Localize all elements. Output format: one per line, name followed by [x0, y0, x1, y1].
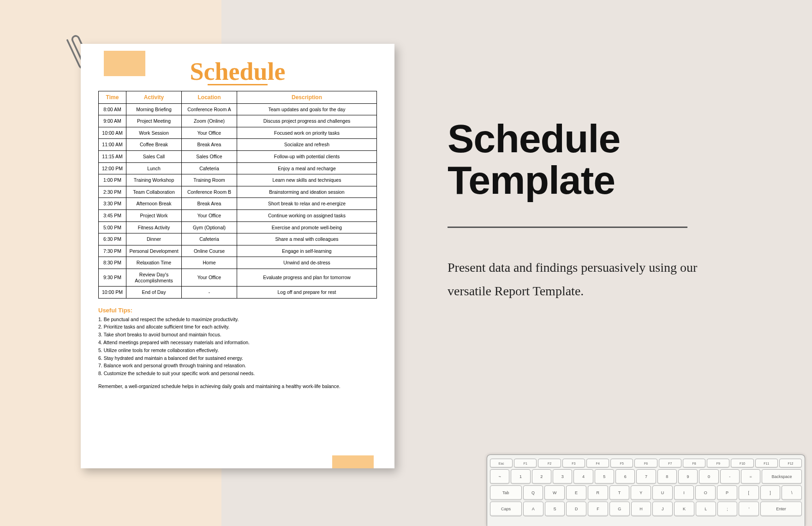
key: U	[652, 485, 673, 500]
cell-activity: Training Workshop	[126, 174, 182, 186]
cell-desc: Brainstorming and ideation session	[237, 186, 377, 198]
cell-location: Sales Office	[182, 150, 237, 162]
table-row: 7:30 PMPersonal DevelopmentOnline Course…	[99, 245, 377, 257]
cell-desc: Evaluate progress and plan for tomorrow	[237, 269, 377, 286]
cell-time: 3:45 PM	[99, 209, 126, 221]
cell-time: 8:00 AM	[99, 103, 126, 115]
cell-time: 11:15 AM	[99, 150, 126, 162]
tips-list: 1. Be punctual and respect the schedule …	[98, 316, 377, 377]
table-row: 8:00 AMMorning BriefingConference Room A…	[99, 103, 377, 115]
key: S	[545, 502, 565, 516]
cell-location: Training Room	[182, 174, 237, 186]
tip-line: 7. Balance work and personal growth thro…	[98, 362, 377, 370]
table-row: 9:30 PMReview Day's AccomplishmentsYour …	[99, 269, 377, 286]
cell-location: Conference Room A	[182, 103, 237, 115]
cell-location: Home	[182, 257, 237, 269]
key: F2	[538, 459, 561, 468]
key: L	[696, 502, 716, 516]
cell-activity: Project Work	[126, 209, 182, 221]
key: F4	[586, 459, 609, 468]
cell-desc: Learn new skills and techniques	[237, 174, 377, 186]
closing-text: Remember, a well-organized schedule help…	[98, 383, 377, 390]
key: T	[609, 485, 630, 500]
tip-line: 6. Stay hydrated and maintain a balanced…	[98, 354, 377, 362]
cell-location: Zoom (Online)	[182, 115, 237, 127]
key: 9	[678, 469, 698, 484]
table-row: 10:00 PMEnd of Day-Log off and prepare f…	[99, 287, 377, 299]
cell-location: -	[182, 287, 237, 299]
key: F11	[755, 459, 778, 468]
tip-line: 2. Prioritize tasks and allocate suffici…	[98, 323, 377, 331]
key: F9	[707, 459, 729, 468]
cell-activity: Relaxation Time	[126, 257, 182, 269]
cell-desc: Engage in self-learning	[237, 245, 377, 257]
key: F3	[562, 459, 585, 468]
tip-line: 1. Be punctual and respect the schedule …	[98, 316, 377, 323]
cell-time: 5:00 PM	[99, 221, 126, 233]
page-title-line2: Template	[448, 159, 770, 201]
key: W	[544, 485, 565, 500]
cell-time: 6:30 PM	[99, 233, 126, 245]
key: E	[566, 485, 586, 500]
cell-activity: Sales Call	[126, 150, 182, 162]
key: =	[741, 469, 760, 484]
key: F1	[514, 459, 537, 468]
key: 7	[636, 469, 656, 484]
tip-line: 3. Take short breaks to avoid burnout an…	[98, 331, 377, 339]
key: R	[588, 485, 608, 500]
tip-line: 8. Customize the schedule to suit your s…	[98, 370, 377, 377]
table-row: 8:30 PMRelaxation TimeHomeUnwind and de-…	[99, 257, 377, 269]
tip-line: 5. Utilize online tools for remote colla…	[98, 347, 377, 354]
keyboard-prop: EscF1F2F3F4F5F6F7F8F9F10F11F12 ~12345678…	[487, 454, 805, 526]
key: J	[652, 502, 673, 516]
cell-desc: Exercise and promote well-being	[237, 221, 377, 233]
key: 8	[657, 469, 677, 484]
cell-desc: Short break to relax and re-energize	[237, 198, 377, 210]
table-row: 6:30 PMDinnerCafeteriaShare a meal with …	[99, 233, 377, 245]
cell-activity: Team Collaboration	[126, 186, 182, 198]
key: \	[782, 485, 802, 500]
cell-location: Online Course	[182, 245, 237, 257]
cell-desc: Unwind and de-stress	[237, 257, 377, 269]
key: D	[566, 502, 586, 516]
key: '	[739, 502, 759, 516]
table-row: 11:00 AMCoffee BreakBreak AreaSocialize …	[99, 139, 377, 151]
key: 1	[511, 469, 530, 484]
cell-location: Your Office	[182, 127, 237, 139]
key: G	[609, 502, 630, 516]
key: Enter	[760, 502, 802, 516]
cell-desc: Discuss project progress and challenges	[237, 115, 377, 127]
key: ]	[760, 485, 781, 500]
tips-heading: Useful Tips:	[98, 307, 377, 314]
cell-location: Your Office	[182, 209, 237, 221]
cell-location: Gym (Optional)	[182, 221, 237, 233]
table-row: 2:30 PMTeam CollaborationConference Room…	[99, 186, 377, 198]
cell-desc: Team updates and goals for the day	[237, 103, 377, 115]
cell-activity: Review Day's Accomplishments	[126, 269, 182, 286]
key: 5	[595, 469, 614, 484]
table-header-row: Time Activity Location Description	[99, 91, 377, 103]
cell-activity: Afternoon Break	[126, 198, 182, 210]
col-time: Time	[99, 91, 126, 103]
cell-desc: Continue working on assigned tasks	[237, 209, 377, 221]
cell-location: Conference Room B	[182, 186, 237, 198]
cell-location: Cafeteria	[182, 162, 237, 174]
cell-location: Cafeteria	[182, 233, 237, 245]
key: ~	[490, 469, 509, 484]
key: 6	[615, 469, 635, 484]
key: ;	[717, 502, 738, 516]
col-location: Location	[182, 91, 237, 103]
cell-time: 12:00 PM	[99, 162, 126, 174]
cell-time: 10:00 PM	[99, 287, 126, 299]
key: A	[523, 502, 543, 516]
cell-time: 9:00 AM	[99, 115, 126, 127]
schedule-table: Time Activity Location Description 8:00 …	[98, 91, 377, 299]
cell-activity: End of Day	[126, 287, 182, 299]
cell-activity: Work Session	[126, 127, 182, 139]
cell-location: Break Area	[182, 139, 237, 151]
cell-time: 9:30 PM	[99, 269, 126, 286]
key: 3	[553, 469, 572, 484]
cell-desc: Socialize and refresh	[237, 139, 377, 151]
table-row: 11:15 AMSales CallSales OfficeFollow-up …	[99, 150, 377, 162]
cell-time: 2:30 PM	[99, 186, 126, 198]
